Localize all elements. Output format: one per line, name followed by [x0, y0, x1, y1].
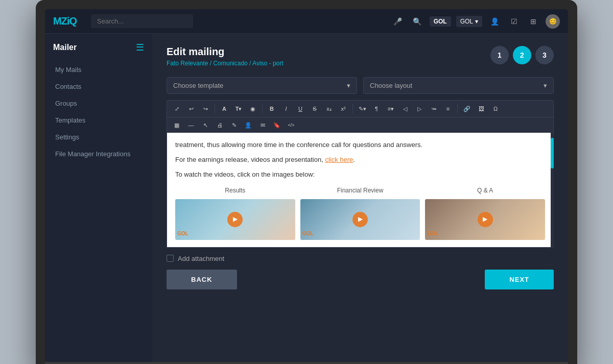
- toolbar-btn-format[interactable]: ✎▾: [356, 103, 369, 115]
- sidebar: Mailer ☰ My Mails Contacts Groups Templa…: [45, 34, 152, 362]
- toolbar-btn-text-t[interactable]: T▾: [232, 103, 245, 115]
- back-button[interactable]: BACK: [167, 270, 237, 289]
- sidebar-item-contacts[interactable]: Contacts: [45, 78, 152, 95]
- toolbar-btn-image[interactable]: 🖼: [475, 103, 488, 115]
- step-1[interactable]: 1: [490, 46, 509, 64]
- main-layout: Mailer ☰ My Mails Contacts Groups Templa…: [45, 34, 568, 362]
- sidebar-item-settings[interactable]: Settings: [45, 129, 152, 145]
- page-title: Edit mailing: [167, 46, 284, 58]
- editor-content-wrapper: treatment, thus allowing more time in th…: [167, 133, 554, 248]
- click-here-link[interactable]: click here: [325, 156, 353, 163]
- step-2[interactable]: 2: [513, 46, 531, 64]
- toolbar-btn-italic[interactable]: I: [279, 103, 293, 115]
- email-text-1: treatment, thus allowing more time in th…: [175, 140, 545, 151]
- mic-icon[interactable]: 🎤: [391, 14, 405, 29]
- editor-toolbar-row2: ▦ — ↖ 🖨 ✎ 👤 ✉ 🔖 </>: [167, 117, 554, 133]
- attachment-row: Add attachment: [167, 255, 554, 262]
- image-label-results: Results: [175, 186, 295, 196]
- search-icon[interactable]: 🔍: [410, 14, 425, 29]
- action-row: BACK NEXT: [167, 270, 554, 289]
- email-image-financial: Financial Review ▶ GOL: [300, 186, 420, 239]
- toolbar-btn-paragraph[interactable]: ¶: [370, 103, 383, 115]
- toolbar-btn-underline[interactable]: U: [294, 103, 307, 115]
- laptop-shell: MZiQ 🎤 🔍 GOL GOL ▾ 👤 ☑ ⊞ 😊: [36, 0, 577, 364]
- play-btn-qa[interactable]: ▶: [478, 212, 493, 227]
- template-label: Choose template: [173, 82, 223, 89]
- toolbar-btn-align[interactable]: ≡▾: [384, 103, 397, 115]
- toolbar-btn-redo[interactable]: ↪: [199, 103, 212, 115]
- toolbar-btn-expand[interactable]: ⤢: [170, 103, 183, 115]
- email-text-3: To watch the videos, click on the images…: [175, 169, 545, 180]
- image-thumb-financial[interactable]: ▶ GOL: [300, 199, 420, 240]
- step-3[interactable]: 3: [535, 46, 554, 64]
- toolbar-btn-color[interactable]: ◉: [246, 103, 260, 115]
- toolbar-btn-indent-out[interactable]: ◁: [398, 103, 412, 115]
- toolbar-btn-contact[interactable]: 👤: [242, 119, 255, 131]
- sidebar-item-templates[interactable]: Templates: [45, 112, 152, 129]
- email-body: treatment, thus allowing more time in th…: [167, 133, 553, 247]
- chevron-down-icon: ▾: [475, 18, 478, 25]
- toolbar-btn-subscript[interactable]: x₂: [322, 103, 336, 115]
- toolbar-btn-special[interactable]: Ω: [489, 103, 502, 115]
- app-logo: MZiQ: [53, 15, 77, 27]
- layout-label: Choose layout: [370, 82, 412, 89]
- page-header: Edit mailing Fato Relevante / Comunicado…: [167, 46, 554, 67]
- email-images-row: Results ▶ GOL Financial Review: [175, 186, 545, 239]
- scrollbar-thumb[interactable]: [551, 138, 554, 168]
- grid-icon[interactable]: ⊞: [526, 14, 540, 29]
- sidebar-item-my-mails[interactable]: My Mails: [45, 61, 152, 78]
- attachment-checkbox[interactable]: [167, 255, 174, 262]
- template-select[interactable]: Choose template ▾: [167, 77, 357, 94]
- search-input[interactable]: [91, 14, 193, 28]
- toolbar-btn-undo[interactable]: ↩: [184, 103, 198, 115]
- play-btn-results[interactable]: ▶: [227, 212, 243, 227]
- nav-icon[interactable]: ☰: [136, 42, 144, 53]
- gol-badge: GOL: [430, 16, 451, 27]
- gol-logo-results: GOL: [177, 230, 188, 238]
- toolbar-btn-hr[interactable]: —: [184, 119, 198, 131]
- toolbar-btn-table[interactable]: ▦: [170, 119, 183, 131]
- toolbar-btn-bookmark[interactable]: 🔖: [270, 119, 284, 131]
- toolbar-btn-source[interactable]: </>: [285, 119, 298, 131]
- next-button[interactable]: NEXT: [485, 270, 554, 289]
- sidebar-item-file-manager[interactable]: File Manager Integrations: [45, 145, 152, 162]
- toolbar-btn-strike[interactable]: S: [308, 103, 321, 115]
- attachment-label: Add attachment: [178, 255, 224, 262]
- laptop-base: [45, 362, 568, 364]
- toolbar-btn-superscript[interactable]: x²: [337, 103, 350, 115]
- toolbar-btn-print[interactable]: 🖨: [213, 119, 226, 131]
- sidebar-item-groups[interactable]: Groups: [45, 95, 152, 112]
- layout-chevron-icon: ▾: [544, 82, 547, 89]
- play-btn-financial[interactable]: ▶: [352, 212, 368, 227]
- user-icon[interactable]: 👤: [487, 14, 502, 29]
- editor-content[interactable]: treatment, thus allowing more time in th…: [167, 133, 554, 248]
- template-chevron-icon: ▾: [347, 82, 350, 89]
- email-image-qa: Q & A ▶ GOL: [425, 186, 545, 239]
- sidebar-header: Mailer ☰: [45, 42, 152, 61]
- image-thumb-results[interactable]: ▶ GOL: [175, 199, 295, 240]
- scrollbar-track[interactable]: [551, 133, 554, 248]
- email-image-results: Results ▶ GOL: [175, 186, 295, 239]
- image-label-financial: Financial Review: [300, 186, 420, 196]
- check-icon[interactable]: ☑: [507, 14, 521, 29]
- toolbar-btn-ol[interactable]: ≔: [427, 103, 440, 115]
- toolbar-btn-bold[interactable]: B: [265, 103, 278, 115]
- top-bar: MZiQ 🎤 🔍 GOL GOL ▾ 👤 ☑ ⊞ 😊: [45, 9, 568, 34]
- toolbar-btn-ul[interactable]: ≡: [441, 103, 455, 115]
- top-icons: 🎤 🔍 GOL GOL ▾ 👤 ☑ ⊞ 😊: [391, 14, 560, 29]
- editor-wrapper: ⤢ ↩ ↪ A T▾ ◉ B I U S x₂ x²: [167, 100, 554, 248]
- template-row: Choose template ▾ Choose layout ▾: [167, 77, 554, 94]
- gol-logo-financial: GOL: [302, 230, 314, 238]
- breadcrumb: Fato Relevante / Comunicado / Aviso - po…: [167, 60, 284, 67]
- toolbar-btn-email[interactable]: ✉: [256, 119, 269, 131]
- step-indicators: 1 2 3: [490, 46, 554, 64]
- gol-dropdown[interactable]: GOL ▾: [456, 16, 482, 27]
- layout-select[interactable]: Choose layout ▾: [363, 77, 554, 94]
- toolbar-btn-cursor[interactable]: ↖: [199, 119, 212, 131]
- avatar[interactable]: 😊: [546, 14, 560, 29]
- toolbar-btn-link[interactable]: 🔗: [460, 103, 474, 115]
- toolbar-btn-font-a[interactable]: A: [218, 103, 231, 115]
- toolbar-btn-indent-in[interactable]: ▷: [413, 103, 426, 115]
- toolbar-btn-draw[interactable]: ✎: [227, 119, 241, 131]
- image-thumb-qa[interactable]: ▶ GOL: [425, 199, 545, 240]
